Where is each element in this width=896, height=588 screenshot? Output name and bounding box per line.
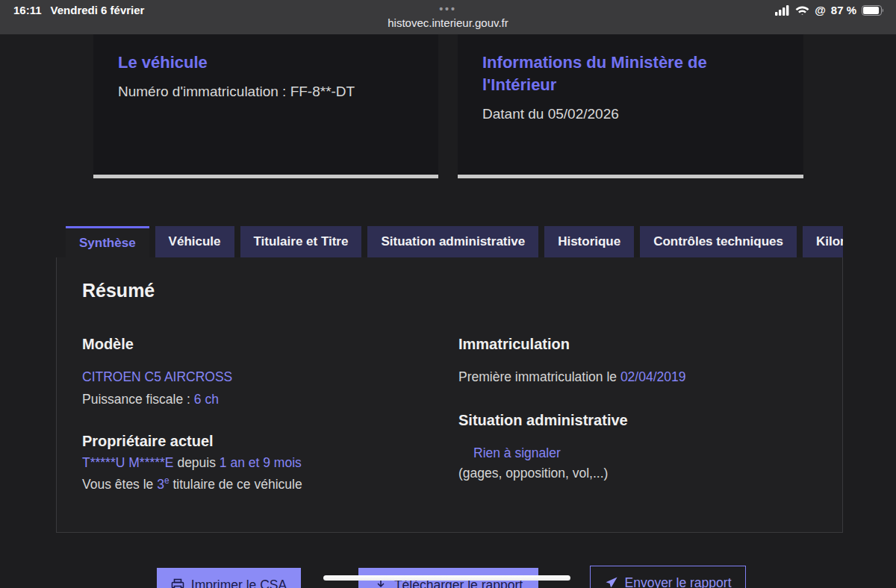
rotation-lock-icon: @: [815, 4, 826, 16]
first-registration-date: 02/04/2019: [620, 369, 686, 384]
vehicle-registration-number: Numéro d'immatriculation : FF-8**-DT: [118, 84, 414, 100]
tab-controles-techniques[interactable]: Contrôles techniques: [640, 226, 797, 257]
owner-rank-suffix: titulaire de ce véhicule: [169, 477, 302, 492]
owner-since-label: depuis: [174, 455, 220, 470]
ministry-card: Informations du Ministère de l'Intérieur…: [458, 34, 803, 178]
vehicle-card: Le véhicule Numéro d'immatriculation : F…: [93, 34, 438, 178]
tab-situation-administrative[interactable]: Situation administrative: [367, 226, 538, 257]
battery-percent: 87 %: [831, 4, 856, 16]
summary-title: Résumé: [82, 280, 155, 301]
tab-historique[interactable]: Historique: [544, 226, 634, 257]
admin-status-value: Rien à signaler: [473, 445, 561, 461]
send-icon: [605, 576, 618, 588]
registration-heading: Immatriculation: [458, 336, 570, 353]
cellular-signal-icon: [775, 5, 790, 16]
owner-rank-line: Vous êtes le 3e titulaire de ce véhicule: [82, 475, 302, 492]
model-heading: Modèle: [82, 336, 134, 353]
report-tab-bar: Synthèse Véhicule Titulaire et Titre Sit…: [66, 226, 843, 257]
owner-since-line: T*****U M*****E depuis 1 an et 9 mois: [82, 455, 302, 471]
owner-since-value: 1 an et 9 mois: [220, 455, 302, 470]
first-registration-line: Première immatriculation le 02/04/2019: [458, 369, 685, 385]
admin-status-note: (gages, opposition, vol,...): [458, 466, 608, 481]
tab-overview-dots[interactable]: •••: [0, 3, 896, 15]
owner-rank-prefix: Vous êtes le: [82, 477, 157, 492]
fiscal-power-line: Puissance fiscale : 6 ch: [82, 392, 219, 407]
ministry-report-date: Datant du 05/02/2026: [482, 106, 779, 122]
tab-synthese[interactable]: Synthèse: [66, 226, 149, 257]
owner-rank-number: 3: [157, 477, 164, 492]
print-csa-button[interactable]: Imprimer le CSA: [157, 568, 301, 588]
printer-icon: [171, 578, 184, 588]
send-report-button[interactable]: Envoyer le rapport: [590, 566, 746, 588]
tab-kilometrage[interactable]: Kilométrage: [803, 226, 843, 257]
fiscal-power-label: Puissance fiscale :: [82, 392, 194, 407]
ipad-status-bar: 16:11 Vendredi 6 février ••• histovec.in…: [0, 0, 896, 34]
synthese-panel: Résumé Modèle CITROEN C5 AIRCROSS Puissa…: [56, 257, 843, 533]
wifi-icon: [795, 5, 809, 16]
ministry-card-title: Informations du Ministère de l'Intérieur: [482, 51, 740, 96]
send-report-label: Envoyer le rapport: [625, 575, 732, 588]
admin-status-heading: Situation administrative: [458, 412, 628, 429]
print-csa-label: Imprimer le CSA: [191, 578, 287, 588]
owner-name: T*****U M*****E: [82, 455, 174, 470]
fiscal-power-value: 6 ch: [194, 392, 219, 407]
vehicle-card-title: Le véhicule: [118, 51, 414, 74]
tab-vehicule[interactable]: Véhicule: [155, 226, 234, 257]
owner-heading: Propriétaire actuel: [82, 433, 214, 450]
model-name: CITROEN C5 AIRCROSS: [82, 369, 232, 385]
tab-titulaire-et-titre[interactable]: Titulaire et Titre: [240, 226, 362, 257]
address-bar[interactable]: histovec.interieur.gouv.fr: [0, 16, 896, 29]
home-indicator-bar[interactable]: [323, 575, 570, 581]
owner-rank-ordinal: e: [164, 475, 169, 486]
battery-icon: [862, 5, 884, 16]
first-registration-label: Première immatriculation le: [458, 369, 620, 384]
